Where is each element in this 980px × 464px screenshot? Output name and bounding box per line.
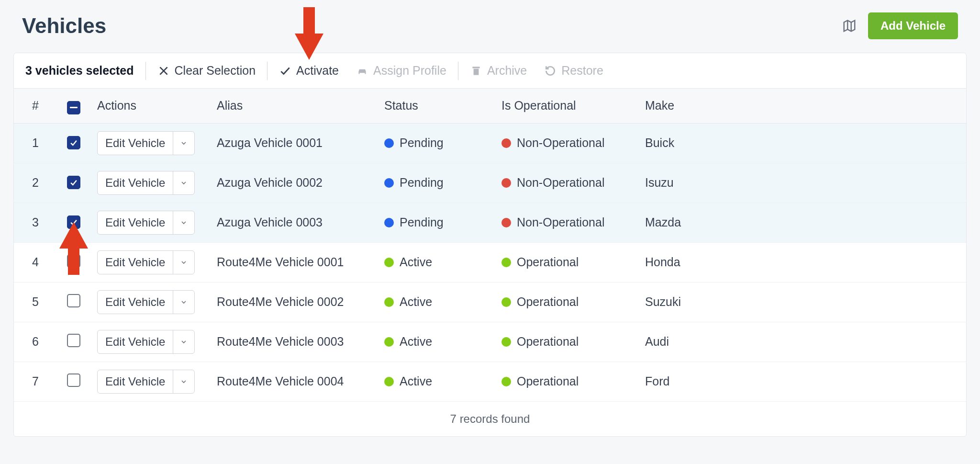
selection-count: 3 vehicles selected (25, 61, 143, 80)
operational-cell: Non-Operational (501, 215, 632, 229)
operational-text: Operational (517, 374, 579, 388)
status-text: Active (400, 295, 432, 309)
operational-dot-icon (501, 178, 511, 188)
table-row[interactable]: 5Edit VehicleRoute4Me Vehicle 0002Active… (14, 282, 966, 322)
edit-vehicle-button[interactable]: Edit Vehicle (97, 171, 195, 195)
clear-selection-label: Clear Selection (175, 64, 256, 78)
status-text: Active (400, 255, 432, 269)
status-cell: Pending (384, 215, 488, 229)
operational-dot-icon (501, 218, 511, 227)
col-header-number[interactable]: # (14, 89, 57, 123)
status-text: Pending (400, 176, 444, 190)
chevron-down-icon[interactable] (173, 132, 194, 155)
vehicle-profile-icon (356, 65, 368, 77)
row-number: 7 (14, 362, 57, 401)
restore-icon (544, 65, 557, 77)
status-dot-icon (384, 138, 394, 148)
row-number: 6 (14, 322, 57, 362)
close-icon (157, 65, 170, 77)
row-checkbox[interactable] (67, 215, 80, 229)
row-number: 4 (14, 242, 57, 282)
operational-dot-icon (501, 377, 511, 386)
table-row[interactable]: 4Edit VehicleRoute4Me Vehicle 0001Active… (14, 242, 966, 282)
row-checkbox[interactable] (67, 176, 80, 189)
alias-cell: Route4Me Vehicle 0002 (210, 282, 378, 322)
col-header-operational[interactable]: Is Operational (495, 89, 638, 123)
operational-text: Operational (517, 295, 579, 309)
status-dot-icon (384, 218, 394, 227)
status-cell: Pending (384, 136, 488, 150)
operational-dot-icon (501, 258, 511, 267)
assign-profile-button: Assign Profile (347, 61, 455, 80)
row-checkbox[interactable] (67, 334, 80, 347)
make-cell: Ford (638, 362, 966, 401)
edit-vehicle-button[interactable]: Edit Vehicle (97, 330, 195, 354)
table-row[interactable]: 7Edit VehicleRoute4Me Vehicle 0004Active… (14, 362, 966, 401)
make-cell: Isuzu (638, 163, 966, 203)
archive-button: Archive (461, 61, 535, 80)
row-checkbox[interactable] (67, 254, 80, 268)
status-cell: Pending (384, 176, 488, 190)
check-icon (279, 65, 291, 77)
row-checkbox[interactable] (67, 136, 80, 149)
make-cell: Audi (638, 322, 966, 362)
operational-cell: Non-Operational (501, 136, 632, 150)
row-number: 2 (14, 163, 57, 203)
col-header-select[interactable] (57, 89, 90, 123)
activate-button[interactable]: Activate (270, 61, 347, 80)
operational-cell: Operational (501, 374, 632, 388)
row-checkbox[interactable] (67, 294, 80, 307)
status-dot-icon (384, 297, 394, 307)
col-header-alias[interactable]: Alias (210, 89, 378, 123)
alias-cell: Azuga Vehicle 0003 (210, 203, 378, 242)
archive-label: Archive (487, 64, 527, 78)
vehicles-table: # Actions Alias Status Is Operational Ma… (14, 89, 966, 402)
chevron-down-icon[interactable] (173, 211, 194, 234)
select-all-checkbox[interactable] (67, 101, 80, 114)
operational-text: Operational (517, 255, 579, 269)
edit-vehicle-button[interactable]: Edit Vehicle (97, 131, 195, 155)
operational-text: Non-Operational (517, 176, 604, 190)
edit-vehicle-label: Edit Vehicle (98, 291, 173, 314)
clear-selection-button[interactable]: Clear Selection (149, 61, 265, 80)
table-row[interactable]: 1Edit VehicleAzuga Vehicle 0001PendingNo… (14, 123, 966, 163)
edit-vehicle-button[interactable]: Edit Vehicle (97, 211, 195, 235)
add-vehicle-button[interactable]: Add Vehicle (868, 12, 958, 39)
edit-vehicle-button[interactable]: Edit Vehicle (97, 250, 195, 274)
edit-vehicle-button[interactable]: Edit Vehicle (97, 370, 195, 394)
status-text: Active (400, 374, 432, 388)
chevron-down-icon[interactable] (173, 171, 194, 194)
chevron-down-icon[interactable] (173, 330, 194, 353)
status-text: Pending (400, 215, 444, 229)
activate-label: Activate (296, 64, 339, 78)
divider (267, 62, 267, 80)
operational-cell: Operational (501, 335, 632, 349)
svg-rect-7 (472, 67, 479, 68)
alias-cell: Route4Me Vehicle 0004 (210, 362, 378, 401)
col-header-status[interactable]: Status (378, 89, 495, 123)
operational-text: Non-Operational (517, 215, 604, 229)
col-header-make[interactable]: Make (638, 89, 966, 123)
col-header-actions: Actions (90, 89, 210, 123)
chevron-down-icon[interactable] (173, 291, 194, 314)
make-cell: Honda (638, 242, 966, 282)
edit-vehicle-label: Edit Vehicle (98, 330, 173, 353)
operational-dot-icon (501, 337, 511, 347)
table-row[interactable]: 2Edit VehicleAzuga Vehicle 0002PendingNo… (14, 163, 966, 203)
row-checkbox[interactable] (67, 373, 80, 387)
table-row[interactable]: 6Edit VehicleRoute4Me Vehicle 0003Active… (14, 322, 966, 362)
svg-point-6 (364, 71, 366, 72)
alias-cell: Azuga Vehicle 0001 (210, 123, 378, 163)
row-number: 5 (14, 282, 57, 322)
map-icon[interactable] (842, 19, 857, 33)
page-title: Vehicles (22, 14, 106, 38)
edit-vehicle-button[interactable]: Edit Vehicle (97, 290, 195, 314)
alias-cell: Azuga Vehicle 0002 (210, 163, 378, 203)
status-cell: Active (384, 255, 488, 269)
operational-cell: Operational (501, 295, 632, 309)
table-row[interactable]: 3Edit VehicleAzuga Vehicle 0003PendingNo… (14, 203, 966, 242)
chevron-down-icon[interactable] (173, 251, 194, 274)
chevron-down-icon[interactable] (173, 370, 194, 393)
edit-vehicle-label: Edit Vehicle (98, 132, 173, 155)
status-cell: Active (384, 374, 488, 388)
